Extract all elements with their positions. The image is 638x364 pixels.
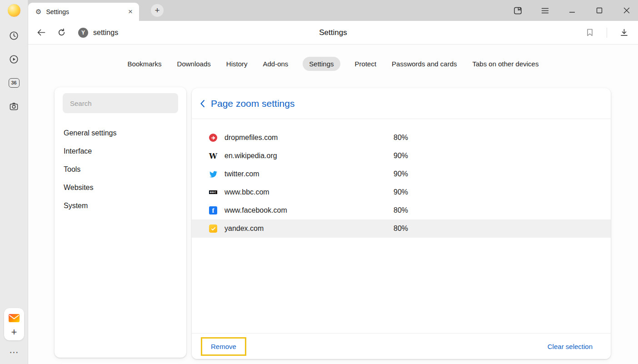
profile-avatar[interactable] <box>7 4 21 17</box>
site-name: yandex.com <box>224 224 394 233</box>
back-button[interactable] <box>35 26 48 40</box>
history-clock-icon[interactable] <box>9 30 20 41</box>
tab-other-devices[interactable]: Tabs on other devices <box>472 57 540 71</box>
tab-downloads[interactable]: Downloads <box>176 57 212 71</box>
zoom-value: 90% <box>394 188 408 196</box>
sidebar-more-button[interactable]: ⋯ <box>10 347 19 358</box>
settings-nav-panel: General settings Interface Tools Website… <box>55 87 186 358</box>
table-row[interactable]: W en.wikipedia.org 90% <box>192 147 611 165</box>
tab-protect[interactable]: Protect <box>354 57 378 71</box>
address-bar[interactable]: Y settings <box>78 28 118 38</box>
app-sidebar: 36 <box>0 0 28 364</box>
speed-test-badge[interactable]: 36 <box>9 77 20 88</box>
twitter-favicon <box>209 170 217 178</box>
tab-bar: ⚙ Settings × + <box>28 0 638 21</box>
side-panel-icon[interactable] <box>513 5 523 15</box>
sidebar-item-websites[interactable]: Websites <box>63 179 178 197</box>
tab-close-icon[interactable]: × <box>126 7 135 16</box>
chevron-left-icon[interactable] <box>200 100 205 108</box>
content-area: Bookmarks Downloads History Add-ons Sett… <box>28 45 638 364</box>
zoom-value: 90% <box>394 152 408 160</box>
tab-settings-section[interactable]: Settings <box>303 57 340 71</box>
wikipedia-favicon: W <box>209 152 217 160</box>
navbar-divider <box>607 28 607 38</box>
maximize-button[interactable] <box>594 5 604 15</box>
site-name: twitter.com <box>224 170 394 178</box>
zoom-value: 90% <box>394 170 408 178</box>
site-name: dropmefiles.com <box>224 134 394 142</box>
site-name: en.wikipedia.org <box>224 152 394 160</box>
zoom-value: 80% <box>394 206 408 214</box>
table-row[interactable]: BBC www.bbc.com 90% <box>192 183 611 201</box>
counter-badge: 36 <box>9 78 20 88</box>
page-title: Settings <box>28 28 638 37</box>
navigation-bar: Y settings Settings <box>28 21 638 45</box>
gear-icon: ⚙ <box>35 8 41 16</box>
search-input[interactable] <box>63 93 178 113</box>
close-window-button[interactable] <box>622 5 632 15</box>
tab-settings[interactable]: ⚙ Settings × <box>28 3 139 21</box>
minimize-button[interactable] <box>567 5 577 15</box>
site-name: www.facebook.com <box>224 206 394 214</box>
screenshot-icon[interactable] <box>9 101 20 112</box>
window-controls <box>513 0 632 21</box>
yandex-mail-icon[interactable] <box>6 310 22 326</box>
pinned-apps-pill: + <box>4 308 24 340</box>
facebook-favicon: f <box>209 206 217 214</box>
sidebar-item-general-settings[interactable]: General settings <box>63 124 178 142</box>
site-favicon-badge: Y <box>78 28 88 38</box>
zoom-panel-title[interactable]: Page zoom settings <box>211 98 294 109</box>
page-zoom-panel: Page zoom settings dropmefiles.com 80% W… <box>192 88 611 359</box>
tab-bookmarks[interactable]: Bookmarks <box>127 57 163 71</box>
tab-passwords[interactable]: Passwords and cards <box>391 57 458 71</box>
bbc-letters: BBC <box>209 190 217 194</box>
yandex-favicon <box>209 224 217 233</box>
zoom-value: 80% <box>394 224 408 233</box>
tab-history[interactable]: History <box>225 57 249 71</box>
new-tab-button[interactable]: + <box>151 4 164 17</box>
menu-icon[interactable] <box>540 5 550 15</box>
zoom-sites-list: dropmefiles.com 80% W en.wikipedia.org 9… <box>192 119 611 238</box>
settings-section-tabs: Bookmarks Downloads History Add-ons Sett… <box>28 45 638 71</box>
play-media-icon[interactable] <box>9 54 20 65</box>
tab-title: Settings <box>46 8 126 15</box>
zoom-panel-footer: Remove Clear selection <box>192 333 611 359</box>
url-text: settings <box>93 29 118 37</box>
bbc-favicon: BBC <box>209 188 217 196</box>
sidebar-bottom-group: + ⋯ <box>0 308 28 358</box>
zoom-value: 80% <box>394 134 408 142</box>
browser-window: 36 <box>0 0 638 364</box>
table-row[interactable]: dropmefiles.com 80% <box>192 129 611 147</box>
table-row[interactable]: f www.facebook.com 80% <box>192 201 611 219</box>
remove-button[interactable]: Remove <box>201 337 246 356</box>
sidebar-item-tools[interactable]: Tools <box>63 160 178 179</box>
settings-nav-list: General settings Interface Tools Website… <box>63 124 178 215</box>
bookmark-icon[interactable] <box>583 26 597 40</box>
dropmefiles-favicon <box>209 134 217 142</box>
zoom-panel-header: Page zoom settings <box>192 88 611 119</box>
table-row-selected[interactable]: yandex.com 80% <box>192 219 611 238</box>
site-name: www.bbc.com <box>224 188 394 196</box>
downloads-icon[interactable] <box>617 26 631 40</box>
table-row[interactable]: twitter.com 90% <box>192 165 611 183</box>
navbar-right-group <box>583 26 631 40</box>
reload-button[interactable] <box>55 26 68 40</box>
tab-addons[interactable]: Add-ons <box>262 57 289 71</box>
sidebar-item-system[interactable]: System <box>63 197 178 215</box>
sidebar-item-interface[interactable]: Interface <box>63 142 178 160</box>
clear-selection-link[interactable]: Clear selection <box>548 343 593 350</box>
add-app-button[interactable]: + <box>11 326 17 339</box>
